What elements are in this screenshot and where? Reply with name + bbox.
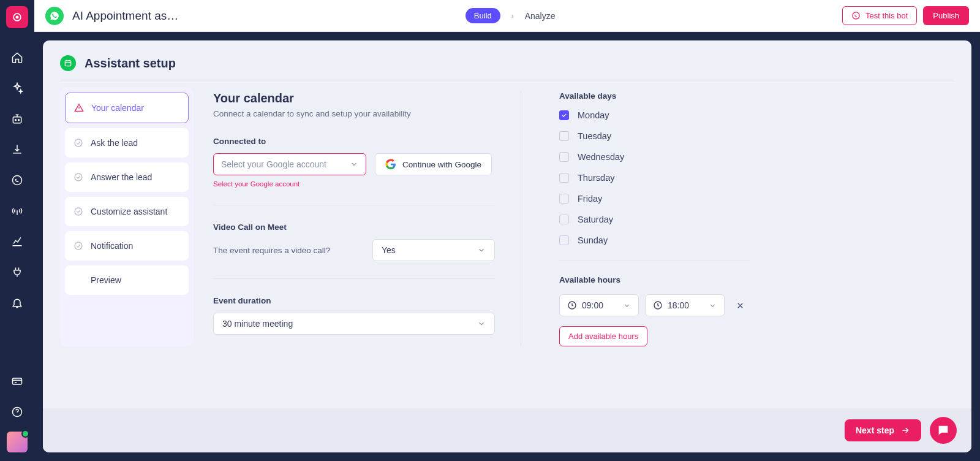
svg-rect-6 [13, 378, 22, 384]
whatsapp-channel-icon [45, 7, 64, 25]
test-bot-button[interactable]: Test this bot [842, 6, 917, 25]
chat-fab-button[interactable] [930, 417, 957, 444]
checkbox-unchecked-icon [559, 152, 569, 162]
svg-rect-9 [65, 61, 70, 66]
day-checkbox-thursday[interactable]: Thursday [559, 173, 749, 183]
video-call-label: Video Call on Meet [213, 223, 495, 232]
available-days-label: Available days [559, 91, 749, 101]
assistant-setup-icon [60, 55, 76, 71]
step-answer-the-lead[interactable]: Answer the lead [65, 162, 189, 192]
day-checkbox-friday[interactable]: Friday [559, 194, 749, 204]
tab-build[interactable]: Build [466, 8, 500, 23]
steps-sidebar: Your calendar Ask the lead Answer the le… [60, 88, 194, 346]
svg-point-3 [15, 120, 17, 121]
checkbox-unchecked-icon [559, 235, 569, 245]
remove-hours-button[interactable] [731, 296, 749, 314]
card-icon[interactable] [6, 370, 28, 392]
left-nav-sidebar [0, 0, 34, 461]
step-customize-assistant[interactable]: Customize assistant [65, 197, 189, 226]
whatsapp-icon[interactable] [6, 169, 28, 191]
check-circle-icon [74, 207, 83, 216]
svg-point-8 [853, 12, 859, 19]
clock-icon [567, 300, 577, 310]
step-preview[interactable]: Preview [65, 265, 189, 295]
analytics-icon[interactable] [6, 230, 28, 253]
google-logo-icon [385, 159, 396, 170]
day-checkbox-sunday[interactable]: Sunday [559, 235, 749, 245]
bot-icon[interactable] [6, 108, 28, 130]
svg-point-5 [13, 176, 22, 185]
download-icon[interactable] [6, 139, 28, 161]
add-available-hours-button[interactable]: Add available hours [559, 326, 647, 346]
arrow-right-icon [900, 425, 910, 435]
day-checkbox-tuesday[interactable]: Tuesday [559, 131, 749, 141]
svg-point-4 [18, 120, 20, 121]
close-icon [736, 301, 745, 310]
vertical-divider [521, 91, 521, 346]
brand-logo-icon[interactable] [6, 6, 28, 28]
svg-point-13 [75, 242, 82, 250]
bell-icon[interactable] [6, 292, 28, 314]
svg-point-11 [75, 173, 82, 181]
svg-point-12 [75, 208, 82, 215]
hours-to-select[interactable]: 18:00 [645, 294, 725, 316]
video-call-select[interactable]: Yes [372, 239, 495, 261]
whatsapp-outline-icon [851, 11, 861, 20]
account-error-text: Select your Google account [213, 180, 366, 188]
duration-select[interactable]: 30 minute meeting [213, 313, 495, 335]
main-content: Assistant setup Your calendar Ask the le… [43, 40, 971, 452]
user-avatar[interactable] [7, 432, 28, 452]
plug-icon[interactable] [6, 261, 28, 283]
availability-panel: Available days Monday Tuesday Wednesday … [559, 88, 749, 346]
checkbox-unchecked-icon [559, 173, 569, 183]
tab-analyze[interactable]: Analyze [525, 11, 556, 21]
header-tabs: Build › Analyze [178, 8, 842, 23]
checkbox-checked-icon [559, 110, 569, 120]
svg-point-1 [16, 16, 18, 18]
chevron-down-icon [350, 160, 358, 169]
home-icon[interactable] [6, 47, 28, 69]
available-hours-label: Available hours [559, 275, 749, 284]
continue-with-google-button[interactable]: Continue with Google [375, 153, 492, 175]
warning-triangle-icon [74, 103, 84, 113]
chevron-down-icon [623, 302, 631, 310]
chevron-right-icon: › [511, 12, 514, 20]
connected-to-label: Connected to [213, 137, 495, 146]
help-icon[interactable] [6, 401, 28, 423]
day-checkbox-wednesday[interactable]: Wednesday [559, 152, 749, 162]
checkbox-unchecked-icon [559, 194, 569, 204]
checkbox-unchecked-icon [559, 215, 569, 224]
video-call-question: The event requires a video call? [213, 246, 330, 255]
next-step-button[interactable]: Next step [845, 419, 921, 441]
svg-rect-2 [13, 117, 21, 123]
check-circle-icon [74, 172, 83, 182]
sparkle-icon[interactable] [6, 77, 28, 99]
chat-bubble-icon [937, 424, 950, 437]
app-title: AI Appointment as… [72, 9, 178, 23]
publish-button[interactable]: Publish [923, 6, 969, 25]
step-your-calendar[interactable]: Your calendar [65, 93, 189, 123]
calendar-settings-panel: Your calendar Connect a calendar to sync… [213, 88, 495, 346]
svg-point-10 [75, 139, 82, 147]
chevron-down-icon [477, 246, 486, 254]
step-notification[interactable]: Notification [65, 231, 189, 261]
page-title: Assistant setup [85, 56, 176, 70]
clock-icon [653, 300, 663, 310]
check-circle-icon [74, 138, 83, 148]
hours-from-select[interactable]: 09:00 [559, 294, 639, 316]
day-checkbox-monday[interactable]: Monday [559, 110, 749, 120]
checkbox-unchecked-icon [559, 131, 569, 141]
calendar-subtitle: Connect a calendar to sync and setup you… [213, 109, 495, 118]
chevron-down-icon [477, 319, 486, 328]
duration-label: Event duration [213, 296, 495, 305]
bottom-bar: Next step [43, 408, 971, 452]
chevron-down-icon [709, 302, 717, 310]
broadcast-icon[interactable] [6, 200, 28, 222]
check-circle-icon [74, 241, 83, 251]
google-account-select[interactable]: Select your Google account [213, 153, 366, 175]
top-header: AI Appointment as… Build › Analyze Test … [34, 0, 980, 32]
day-checkbox-saturday[interactable]: Saturday [559, 215, 749, 224]
step-ask-the-lead[interactable]: Ask the lead [65, 128, 189, 158]
calendar-title: Your calendar [213, 91, 495, 105]
